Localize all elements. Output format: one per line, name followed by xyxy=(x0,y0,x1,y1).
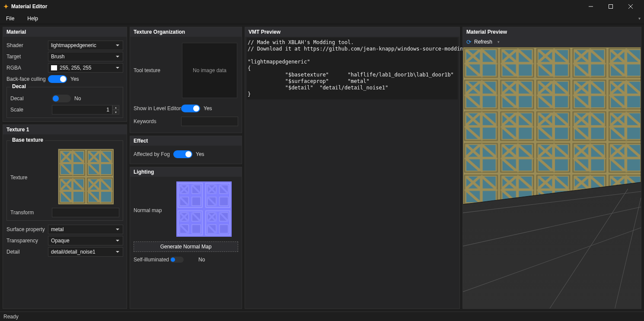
rgba-label: RGBA xyxy=(6,65,48,71)
svg-rect-18 xyxy=(58,149,114,204)
svg-rect-19 xyxy=(176,181,232,237)
detail-label: Detail xyxy=(6,249,48,255)
scale-down-button[interactable]: ▼ xyxy=(112,110,119,114)
refresh-dropdown[interactable]: ▾ xyxy=(497,40,500,44)
rgba-select[interactable]: 255, 255, 255 xyxy=(48,63,123,73)
bfc-value: Yes xyxy=(70,76,79,82)
svg-rect-15 xyxy=(609,5,613,9)
vmt-code[interactable]: // Made with XBLAH's Modding tool. // Do… xyxy=(247,38,458,99)
menu-file[interactable]: File xyxy=(3,15,17,22)
material-panel: Material Shader lightmappedgeneric Targe… xyxy=(3,27,127,122)
preview-panel: Material Preview ⟳ Refresh ▾ xyxy=(462,27,641,309)
selfill-label: Self-illuminated xyxy=(134,257,170,263)
minimize-button[interactable] xyxy=(581,0,601,13)
base-texture-legend: Base texture xyxy=(10,137,45,143)
bfc-label: Back-face culling xyxy=(6,76,48,82)
vmt-panel: VMT Preview // Made with XBLAH's Modding… xyxy=(245,27,460,309)
texture1-header: Texture 1 xyxy=(3,125,127,134)
tooltex-label: Tool texture xyxy=(134,67,181,73)
shader-select[interactable]: lightmappedgeneric xyxy=(48,41,123,50)
bfc-toggle[interactable] xyxy=(48,75,67,83)
texture-org-header: Texture Organization xyxy=(130,27,242,37)
material-viewport[interactable] xyxy=(463,47,641,308)
transparency-select[interactable]: Opaque xyxy=(48,236,123,245)
showlvl-label: Show in Level Editor xyxy=(134,105,181,111)
fog-toggle[interactable] xyxy=(173,150,192,158)
effect-header: Effect xyxy=(130,136,242,146)
app-icon: ✦ xyxy=(3,3,9,10)
surfprop-select[interactable]: metal xyxy=(48,225,123,234)
scale-label: Scale xyxy=(10,107,52,113)
decal-legend: Decal xyxy=(10,83,28,89)
target-select[interactable]: Brush xyxy=(48,52,123,61)
vmt-header: VMT Preview xyxy=(245,27,459,37)
selfill-toggle[interactable] xyxy=(170,257,184,263)
fog-value: Yes xyxy=(196,151,204,157)
color-swatch-icon xyxy=(51,65,57,70)
material-header: Material xyxy=(3,27,127,37)
tooltex-preview[interactable]: No image data xyxy=(182,43,237,98)
lighting-panel: Lighting Normal map Generate Normal Map … xyxy=(130,167,242,309)
transform-input[interactable] xyxy=(52,208,119,217)
keywords-label: Keywords xyxy=(134,118,181,124)
texture-label: Texture xyxy=(10,175,52,181)
refresh-icon: ⟳ xyxy=(466,38,472,45)
svg-line-23 xyxy=(550,189,628,308)
decal-label: Decal xyxy=(10,95,52,102)
transparency-label: Transparency xyxy=(6,238,48,244)
keywords-input[interactable] xyxy=(181,117,238,126)
decal-toggle[interactable] xyxy=(52,95,71,102)
status-text: Ready xyxy=(3,314,19,320)
shader-label: Shader xyxy=(6,42,48,48)
menu-bar: File Help ▾ xyxy=(0,13,644,24)
title-bar: ✦ Material Editor xyxy=(0,0,644,13)
maximize-button[interactable] xyxy=(601,0,621,13)
texture-org-panel: Texture Organization Tool texture No ima… xyxy=(130,27,242,133)
menu-overflow[interactable]: ▾ xyxy=(638,16,641,21)
refresh-button[interactable]: Refresh xyxy=(474,39,492,45)
transform-label: Transform xyxy=(10,210,52,216)
target-label: Target xyxy=(6,54,48,60)
scale-input[interactable]: 1 xyxy=(52,105,112,114)
preview-header: Material Preview xyxy=(463,27,641,37)
base-texture-preview[interactable] xyxy=(58,149,113,204)
surfprop-label: Surface property xyxy=(6,226,48,232)
normal-map-preview[interactable] xyxy=(176,181,232,237)
app-title: Material Editor xyxy=(11,3,47,10)
lighting-header: Lighting xyxy=(130,167,242,177)
status-bar: Ready xyxy=(0,311,644,321)
close-button[interactable] xyxy=(621,0,641,13)
selfill-value: No xyxy=(198,257,205,263)
decal-value: No xyxy=(74,95,81,102)
fog-label: Affected by Fog xyxy=(134,151,173,157)
svg-rect-26 xyxy=(463,47,641,232)
svg-line-24 xyxy=(615,198,641,308)
normal-label: Normal map xyxy=(134,207,170,213)
generate-normal-button[interactable]: Generate Normal Map xyxy=(134,242,238,252)
effect-panel: Effect Affected by Fog Yes xyxy=(130,136,242,164)
menu-help[interactable]: Help xyxy=(25,15,41,22)
svg-line-22 xyxy=(463,220,641,300)
showlvl-value: Yes xyxy=(204,105,212,111)
decal-group: Decal Decal No Scale 1 ▲▼ xyxy=(6,87,123,118)
base-texture-group: Base texture Texture Transform xyxy=(6,140,123,221)
scale-up-button[interactable]: ▲ xyxy=(112,105,119,110)
texture1-panel: Texture 1 Base texture Texture Transform xyxy=(3,124,127,309)
detail-select[interactable]: detail/detail_noise1 xyxy=(48,247,123,257)
showlvl-toggle[interactable] xyxy=(181,105,200,112)
